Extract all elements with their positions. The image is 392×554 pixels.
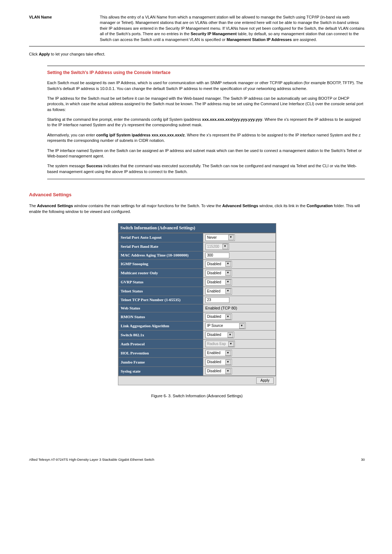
- settings-table: Serial Port Auto LogoutNever▼Serial Port…: [118, 233, 276, 376]
- settings-row-label: Jumbo Frame: [118, 358, 203, 367]
- p4-bold: config ipif System ipaddress xxx.xxx.xxx…: [96, 133, 185, 137]
- settings-row-label: Web Status: [118, 304, 203, 312]
- dropdown-value: Radius Eap: [207, 341, 227, 346]
- settings-row-value: 115200▼: [203, 242, 275, 251]
- settings-row-label: Serial Port Baud Rate: [118, 242, 203, 251]
- chevron-down-icon: ▼: [225, 261, 231, 267]
- dropdown[interactable]: Disabled▼: [205, 313, 232, 320]
- adv-b1: Advanced Settings: [37, 204, 73, 208]
- dropdown[interactable]: Enabled▼: [205, 288, 232, 295]
- chevron-down-icon: ▼: [225, 350, 231, 356]
- settings-row: HOL PreventionEnabled▼: [118, 349, 275, 358]
- dropdown[interactable]: Disabled▼: [205, 368, 232, 374]
- settings-row-value: Disabled▼: [203, 367, 275, 376]
- adv-mid2: window, click its link in the: [258, 204, 306, 208]
- settings-row-value: Disabled▼: [203, 259, 275, 268]
- settings-row: GVRP StatusDisabled▼: [118, 278, 275, 287]
- settings-row: Link Aggregation AlgorithmIP Source▼: [118, 321, 275, 331]
- paragraph-3: Starting at the command line prompt, ent…: [47, 117, 365, 128]
- settings-row: Telnet StatusEnabled▼: [118, 287, 275, 296]
- text-input[interactable]: 300: [205, 253, 229, 258]
- dropdown-value: Disabled: [207, 280, 224, 285]
- chevron-down-icon: ▼: [225, 360, 231, 365]
- settings-row-label: GVRP Status: [118, 278, 203, 287]
- p4-pre: Alternatively, you can enter: [47, 133, 96, 137]
- settings-row-value: Disabled▼: [203, 312, 275, 321]
- dropdown-value: Disabled: [207, 332, 226, 337]
- section-divider-bottom: [47, 179, 365, 179]
- settings-row-label: IGMP Snooping: [118, 259, 203, 268]
- section-heading: Setting the Switch's IP Address using th…: [47, 70, 365, 76]
- chevron-down-icon: ▼: [225, 279, 231, 285]
- settings-row-label: Auth Protocol: [118, 340, 203, 349]
- dropdown[interactable]: Disabled▼: [205, 279, 232, 286]
- apply-row: Apply: [118, 376, 276, 385]
- settings-row-value: Enabled▼: [203, 287, 275, 296]
- click-apply-post: to let your changes take effect.: [50, 52, 105, 56]
- click-apply-text: Click Apply to let your changes take eff…: [29, 52, 365, 57]
- chevron-down-icon: ▼: [228, 332, 233, 338]
- dropdown[interactable]: Disabled▼: [205, 359, 232, 365]
- dropdown-value: Disabled: [207, 262, 224, 267]
- paragraph-5: The IP interface named System on the Swi…: [47, 148, 365, 159]
- dropdown[interactable]: Disabled▼: [205, 270, 232, 276]
- apply-button[interactable]: Apply: [256, 377, 273, 384]
- adv-b2: Advanced Settings: [222, 204, 258, 208]
- settings-row-value: Never▼: [203, 233, 275, 242]
- chevron-down-icon: ▼: [225, 314, 231, 320]
- settings-row: IGMP SnoopingDisabled▼: [118, 259, 275, 268]
- settings-row-value: Disabled▼: [203, 358, 275, 367]
- settings-row-label: Multicast router Only: [118, 268, 203, 278]
- settings-row: Web StatusEnabled (TCP 80): [118, 304, 275, 312]
- text-input[interactable]: 23: [205, 297, 229, 303]
- page-footer: Allied Telesyn AT-9724TS High-Density La…: [29, 457, 365, 462]
- dropdown[interactable]: Enabled▼: [205, 350, 232, 356]
- settings-row: Auth ProtocolRadius Eap▼: [118, 340, 275, 349]
- vlan-desc-text-3: are assigned.: [292, 37, 317, 42]
- chevron-down-icon: ▼: [225, 369, 231, 374]
- settings-row: Jumbo FrameDisabled▼: [118, 358, 275, 367]
- chevron-down-icon: ▼: [225, 270, 231, 276]
- dropdown[interactable]: IP Source▼: [205, 323, 246, 329]
- settings-row-label: Telnet Status: [118, 287, 203, 296]
- dropdown[interactable]: Never▼: [205, 234, 235, 241]
- settings-row-label: MAC Address Aging Time (10-1000000): [118, 251, 203, 259]
- dropdown[interactable]: Disabled▼: [205, 332, 234, 338]
- adv-pre: The: [29, 204, 37, 208]
- chevron-down-icon: ▼: [222, 244, 228, 249]
- settings-row: Serial Port Auto LogoutNever▼: [118, 233, 275, 242]
- settings-row-label: Serial Port Auto Logout: [118, 233, 203, 242]
- chevron-down-icon: ▼: [228, 341, 234, 347]
- dropdown-value: IP Source: [207, 323, 238, 328]
- dropdown-value: 115200: [207, 244, 221, 249]
- advanced-settings-heading: Advanced Settings: [29, 192, 365, 198]
- vlan-name-row: VLAN Name This allows the entry of a VLA…: [29, 15, 365, 46]
- p3-pre: Starting at the command line prompt, ent…: [47, 117, 202, 122]
- dropdown-value: Disabled: [207, 360, 224, 365]
- figure-caption: Figure 6- 3. Switch Information (Advance…: [29, 393, 365, 399]
- dropdown[interactable]: Disabled▼: [205, 261, 232, 267]
- settings-row-value: Enabled▼: [203, 349, 275, 358]
- dropdown-value: Disabled: [207, 369, 224, 374]
- vlan-bold-2: Management Station IP Addresses: [226, 37, 292, 42]
- dropdown-value: Disabled: [207, 271, 224, 276]
- adv-b3: Configuration: [307, 204, 333, 208]
- advanced-settings-description: The Advanced Settings window contains th…: [29, 203, 365, 214]
- chevron-down-icon: ▼: [225, 288, 231, 294]
- settings-row-label: HOL Prevention: [118, 349, 203, 358]
- settings-row-label: Telnet TCP Port Number (1-65535): [118, 296, 203, 304]
- dropdown-value: Enabled: [207, 289, 224, 294]
- settings-row-value: Enabled (TCP 80): [203, 304, 275, 312]
- dropdown: Radius Eap▼: [205, 341, 235, 347]
- dropdown: 115200▼: [205, 243, 229, 250]
- p6-bold: Success: [86, 164, 103, 168]
- footer-page-number: 30: [361, 457, 365, 462]
- settings-row-label: Switch 802.1x: [118, 331, 203, 340]
- click-apply-pre: Click: [29, 52, 39, 56]
- settings-row-value: Disabled▼: [203, 268, 275, 278]
- dropdown-value: Disabled: [207, 314, 224, 319]
- chevron-down-icon: ▼: [239, 323, 245, 329]
- settings-screenshot: Switch Information (Advanced Settings) S…: [118, 223, 276, 385]
- p3-bold: xxx.xxx.xxx.xxx/yyy.yyy.yyy.yyy: [202, 117, 262, 122]
- settings-row-value: Disabled▼: [203, 331, 275, 340]
